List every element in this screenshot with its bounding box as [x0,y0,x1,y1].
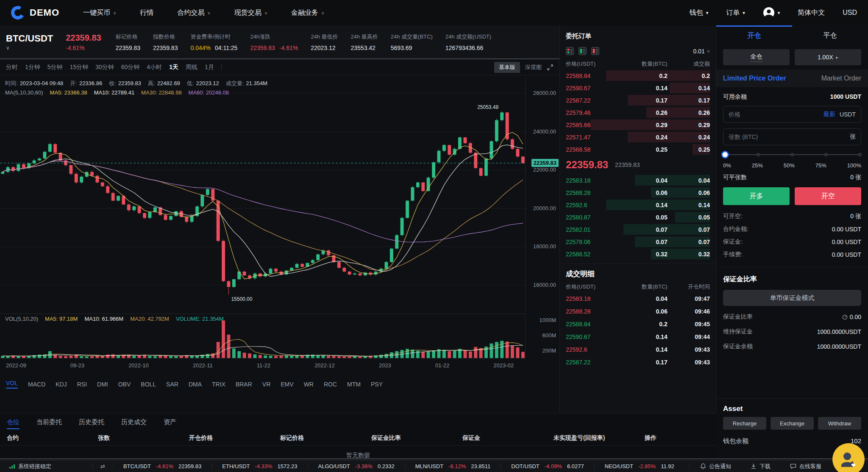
recharge-button[interactable]: Recharge [723,417,766,430]
leverage-button[interactable]: 1.00X ▸ [795,49,861,65]
basic-view-button[interactable]: 基本版 [494,62,520,73]
slider-dot[interactable] [790,153,794,156]
positions-tab-历史委托[interactable]: 历史委托 [79,418,104,426]
nav-item-1[interactable]: 一键买币∨ [83,8,116,17]
open-long-button[interactable]: 开多 [723,187,790,205]
status-ticker-eth[interactable]: ETH/USDT-4.33%1572.23 [211,463,307,470]
orderbook-ask-row[interactable]: 22585.660.290.29 [566,119,710,131]
status-ticker-btc[interactable]: BTC/USDT-4.61%22359.83 [113,463,211,470]
indicator-roc[interactable]: ROC [324,381,337,388]
orderbook-bid-row[interactable]: 22583.180.040.04 [566,174,710,186]
precision-dropdown[interactable]: 0.01 ∨ [693,48,710,55]
market-order-tab[interactable]: Market Order [821,75,861,82]
orderbook-bid-row[interactable]: 22582.010.070.07 [566,223,710,236]
interval-60分钟[interactable]: 60分钟 [121,64,140,71]
slider-dot[interactable] [858,153,862,156]
indicator-dmi[interactable]: DMI [97,381,108,388]
indicator-emv[interactable]: EMV [281,381,293,388]
latest-price-link[interactable]: 最新 [823,111,835,118]
status-link-chat[interactable]: 在线客服 [790,463,821,470]
status-ticker-algo[interactable]: ALGO/USDT-3.36%0.2332 [308,463,405,470]
expand-icon[interactable] [547,64,554,71]
indicator-mtm[interactable]: MTM [347,381,361,388]
positions-tab-当前委托[interactable]: 当前委托 [36,418,62,426]
indicator-vr[interactable]: VR [262,381,270,388]
status-ticker-mln[interactable]: MLN/USDT-6.12%23.8511 [405,463,501,470]
account-menu[interactable]: ▾ [763,7,780,19]
orderbook-bid-row[interactable]: 22586.520.320.32 [566,248,710,260]
symbol-block[interactable]: BTC/USDT ∨ [6,33,53,51]
limit-order-tab[interactable]: Limited Price Order [723,75,786,82]
status-ticker-neo[interactable]: NEO/USDT-2.85%11.92 [594,463,684,470]
indicator-vol[interactable]: VOL [6,380,18,389]
slider-dot[interactable] [757,153,760,156]
nav-item-2[interactable]: 行情 [140,8,153,17]
indicator-obv[interactable]: OBV [118,381,131,388]
status-ticker-dot[interactable]: DOT/USDT-4.09%6.0277 [501,463,594,470]
orderbook-asks-icon[interactable] [591,47,599,55]
positions-tab-资产[interactable]: 资产 [164,418,176,426]
nav-item-3[interactable]: 合约交易∨ [177,8,210,17]
status-link-download[interactable]: 下载 [751,463,771,470]
indicator-rsi[interactable]: RSI [77,381,87,388]
interval-4小时[interactable]: 4小时 [147,64,162,71]
interval-1月[interactable]: 1月 [205,64,214,71]
horizontal-scrollbar[interactable] [0,458,868,459]
interval-15分钟[interactable]: 15分钟 [70,64,89,71]
price-input[interactable] [729,111,823,118]
candlestick-chart[interactable]: 25053.4815500.00 [0,78,526,312]
orderbook-ask-row[interactable]: 22590.670.140.14 [566,82,710,94]
brand-name[interactable]: DEMO [30,7,59,18]
indicator-dma[interactable]: DMA [189,381,202,388]
tab-close-position[interactable]: 平仓 [792,25,868,46]
nav-item-5[interactable]: 金融业务∨ [291,8,324,17]
margin-mode-button[interactable]: 全仓 [723,49,790,65]
interval-1分钟[interactable]: 1分钟 [25,64,40,71]
indicator-sar[interactable]: SAR [166,381,178,388]
indicator-brar[interactable]: BRAR [236,381,252,388]
logo-icon[interactable] [9,4,26,21]
orderbook-ask-row[interactable]: 22571.470.240.24 [566,131,710,143]
orderbook-bid-row[interactable]: 22592.60.140.14 [566,199,710,211]
orders-menu[interactable]: 订单 ▾ [726,8,745,17]
nav-item-4[interactable]: 现货交易∨ [234,8,267,17]
orderbook-bid-row[interactable]: 22578.060.070.07 [566,236,710,248]
tab-open-position[interactable]: 开仓 [716,25,792,46]
customer-service-button[interactable] [832,443,865,472]
slider-dot[interactable] [824,153,828,156]
orderbook-ask-row[interactable]: 22568.580.250.25 [566,143,710,155]
indicator-kdj[interactable]: KDJ [56,381,67,388]
withdraw-button[interactable]: Withdraw [818,417,861,430]
slider-handle[interactable] [721,151,729,158]
wallet-menu[interactable]: 钱包 ▾ [690,8,709,17]
single-margin-mode-button[interactable]: 单币保证金模式 [723,290,861,306]
positions-tab-仓位[interactable]: 仓位 [7,418,19,426]
depth-view-button[interactable]: 深度图 [525,64,542,71]
orderbook-bids-icon[interactable] [579,47,587,55]
indicator-psy[interactable]: PSY [371,381,383,388]
interval-30分钟[interactable]: 30分钟 [95,64,114,71]
orderbook-ask-row[interactable]: 22587.220.170.17 [566,94,710,106]
currency-selector[interactable]: USD [843,9,857,17]
orderbook-bid-row[interactable]: 22580.870.050.05 [566,211,710,223]
language-selector[interactable]: 简体中文 [798,8,825,17]
indicator-trix[interactable]: TRIX [212,381,225,388]
indicator-macd[interactable]: MACD [28,381,45,388]
interval-1天[interactable]: 1天 [169,64,178,71]
orderbook-ask-row[interactable]: 22588.840.20.2 [566,69,710,82]
quantity-input[interactable] [729,133,850,140]
orderbook-bid-row[interactable]: 22588.280.060.06 [566,186,710,199]
orderbook-ask-row[interactable]: 22579.460.260.26 [566,106,710,119]
orderbook-both-icon[interactable] [566,47,574,55]
positions-tab-历史成交[interactable]: 历史成交 [121,418,147,426]
indicator-boll[interactable]: BOLL [141,381,156,388]
open-short-button[interactable]: 开空 [795,187,861,205]
interval-分时[interactable]: 分时 [6,64,18,71]
status-link-bell[interactable]: 公告通知 [700,463,731,470]
quantity-slider[interactable] [724,151,860,158]
swap-icon[interactable]: ⇄ [92,463,113,470]
indicator-wr[interactable]: WR [304,381,314,388]
interval-周线[interactable]: 周线 [186,64,198,71]
interval-5分钟[interactable]: 5分钟 [47,64,63,71]
exchange-button[interactable]: Exchange [771,417,814,430]
